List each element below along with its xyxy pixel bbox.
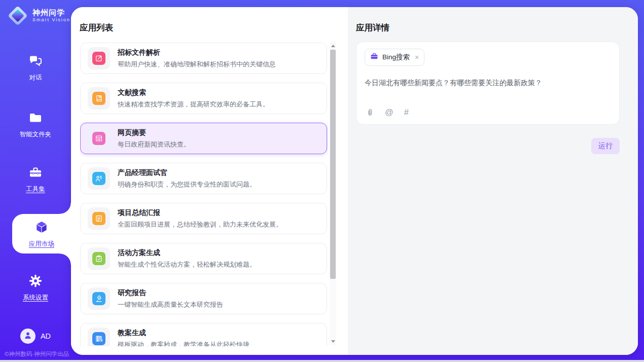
app-item-title: 产品经理面试官 [118,168,256,177]
app-item-desc: 智能生成个性化活动方案，轻松解决规划难题。 [118,260,256,269]
clipboard-check-icon [92,252,105,265]
tool-tag-label: Bing搜索 [382,53,410,62]
person-icon [23,331,32,342]
sidebar-item-label: 应用市场 [29,240,54,248]
app-list-item-3[interactable]: 网页摘要 每日政府新闻资讯快查。 [80,123,327,154]
brand-logo: 神州问学 Smart Vision [7,5,70,26]
app-icon-frame [88,167,110,190]
app-list-item-4[interactable]: 产品经理面试官 明确身份和职责，为您提供专业性的面试问题。 [80,163,327,194]
app-list-panel: 应用列表 招标文件解析 帮助用户快速、准确地理解和解析招标书中的关键信息 文献搜… [71,7,348,355]
app-item-title: 招标文件解析 [118,48,276,57]
avatar[interactable] [20,329,35,344]
sidebar-item-smart-folder[interactable]: 智能文件夹 [0,111,71,139]
app-item-title: 研究报告 [118,288,223,298]
triangle-up-icon [331,45,335,47]
sidebar-item-settings[interactable]: 系统设置 [0,274,71,302]
user-account[interactable]: AD [0,329,71,344]
app-list-item-1[interactable]: 招标文件解析 帮助用户快速、准确地理解和解析招标书中的关键信息 [80,43,327,74]
memo-icon [92,212,105,225]
window-bottom-edge [0,360,644,362]
sidebar-item-app-market[interactable]: 应用市场 [12,214,71,254]
sidebar-item-chat[interactable]: 对话 [0,54,71,82]
app-item-desc: 一键智能生成高质量长文本研究报告 [118,300,223,309]
book-icon [92,92,105,105]
app-icon-frame [88,247,110,270]
books-icon [92,332,105,345]
main-content: 应用列表 招标文件解析 帮助用户快速、准确地理解和解析招标书中的关键信息 文献搜… [71,7,638,355]
sidebar-item-label: 对话 [29,74,42,82]
app-list-item-8[interactable]: 教案生成 模板驱动，教案秒成，教学准备从此轻松快捷 [80,323,327,346]
app-list-item-2[interactable]: 文献搜索 快速精准查找学术资源，提高研究效率的必备工具。 [80,83,327,114]
app-item-desc: 每日政府新闻资讯快查。 [118,140,190,149]
copyright-footer: ©神州数码·神州问学出品 [5,350,69,358]
app-icon-frame [88,287,110,310]
app-icon-frame [88,127,110,150]
app-item-title: 项目总结汇报 [118,208,282,218]
scroll-up-button[interactable] [330,42,336,49]
cube-icon [34,220,49,237]
edit-doc-icon [92,52,105,65]
microscope-icon [92,292,105,305]
interviewer-icon [92,172,105,185]
app-list-title: 应用列表 [80,22,113,33]
hash-icon[interactable]: # [404,107,409,117]
scroll-down-button[interactable] [330,338,336,345]
folder-icon [28,111,43,127]
app-item-desc: 快速精准查找学术资源，提高研究效率的必备工具。 [118,100,269,109]
web-code-icon [92,132,105,145]
app-item-desc: 帮助用户快速、准确地理解和解析招标书中的关键信息 [118,60,276,69]
scrollbar-thumb[interactable] [330,50,336,279]
triangle-down-icon [331,340,335,343]
brand-diamond-icon [7,5,28,26]
at-icon[interactable]: @ [385,107,393,117]
run-button[interactable]: 运行 [591,138,620,154]
app-item-title: 活动方案生成 [118,248,256,258]
app-list-item-6[interactable]: 活动方案生成 智能生成个性化活动方案，轻松解决规划难题。 [80,243,327,274]
app-item-desc: 明确身份和职责，为您提供专业性的面试问题。 [118,180,256,189]
app-icon-frame [88,47,110,69]
app-list: 招标文件解析 帮助用户快速、准确地理解和解析招标书中的关键信息 文献搜索 快速精… [80,42,328,346]
sidebar-item-label: 工具集 [26,185,45,194]
query-text[interactable]: 今日湖北有哪些新闻要点？有哪些需要关注的最新政策？ [365,79,611,88]
toolbox-icon [28,165,43,182]
user-initials: AD [41,332,51,340]
app-item-desc: 全面回顾项目进展，总结经验教训，助力未来优化发展。 [118,220,282,229]
app-list-scrollbar[interactable] [330,42,336,345]
brand-subtitle: Smart Vision [32,18,70,23]
app-item-desc: 模板驱动，教案秒成，教学准备从此轻松快捷 [118,340,249,347]
paperclip-icon[interactable] [366,107,374,117]
app-item-title: 网页摘要 [118,128,190,137]
sidebar-item-label: 系统设置 [23,294,48,302]
chat-icon [28,54,43,70]
app-item-title: 文献搜索 [118,88,269,97]
app-list-item-5[interactable]: 项目总结汇报 全面回顾项目进展，总结经验教训，助力未来优化发展。 [80,203,327,234]
close-icon[interactable]: × [415,54,419,61]
app-detail-title: 应用详情 [356,22,389,33]
briefcase-icon [370,52,378,62]
app-item-title: 教案生成 [118,329,249,338]
brand-name: 神州问学 [32,9,70,17]
app-icon-frame [88,328,110,346]
app-detail-panel: 应用详情 Bing搜索 × 今日湖北有哪些新闻要点？有哪些需要关注的最新政策？ … [348,7,638,355]
app-icon-frame [88,87,110,110]
sidebar-item-label: 智能文件夹 [20,130,52,139]
gear-icon [28,274,43,290]
app-list-item-7[interactable]: 研究报告 一键智能生成高质量长文本研究报告 [80,283,327,314]
prompt-card[interactable]: Bing搜索 × 今日湖北有哪些新闻要点？有哪些需要关注的最新政策？ @ # [356,42,620,125]
sidebar: 神州问学 Smart Vision 对话 智能文件夹 工具集 应用市场 系统设置 [0,0,71,362]
tool-tag-bing-search[interactable]: Bing搜索 × [365,49,424,66]
sidebar-item-toolset[interactable]: 工具集 [0,165,71,194]
input-toolbar: @ # [366,107,409,117]
app-icon-frame [88,207,110,230]
